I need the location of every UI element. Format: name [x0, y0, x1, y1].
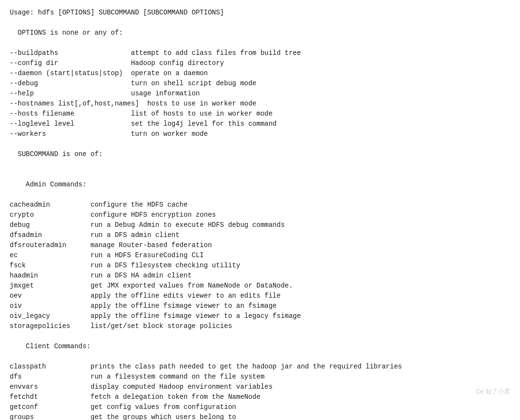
terminal-output: Usage: hdfs [OPTIONS] SUBCOMMAND [SUBCOM… [10, 8, 510, 420]
watermark: Ce 知了小君 [476, 387, 510, 396]
